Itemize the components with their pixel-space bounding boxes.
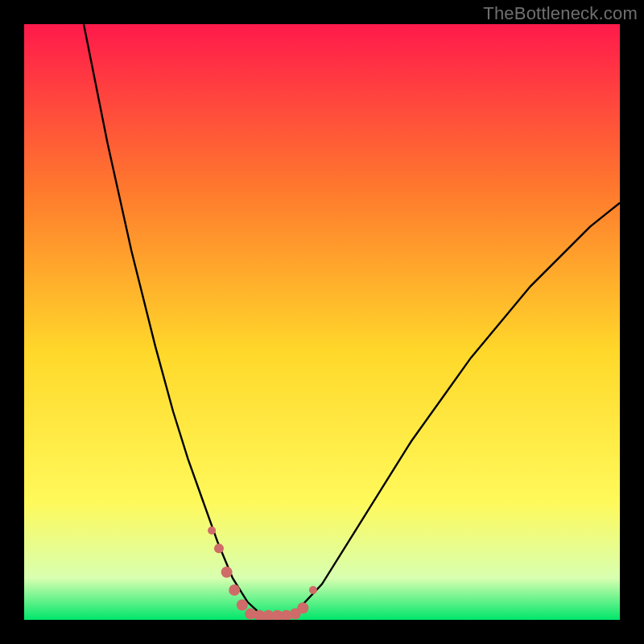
chart-frame: TheBottleneck.com xyxy=(0,0,644,644)
curve-markers xyxy=(208,526,317,620)
watermark-text: TheBottleneck.com xyxy=(483,3,638,24)
curve-marker xyxy=(208,526,216,535)
bottleneck-curve-svg xyxy=(24,24,620,620)
curve-marker xyxy=(229,584,240,596)
plot-area xyxy=(24,24,620,620)
curve-marker xyxy=(214,543,224,553)
curve-marker xyxy=(297,602,308,613)
curve-marker xyxy=(309,586,317,594)
bottleneck-curve xyxy=(84,24,620,616)
curve-marker xyxy=(237,600,248,611)
curve-marker xyxy=(221,567,233,578)
